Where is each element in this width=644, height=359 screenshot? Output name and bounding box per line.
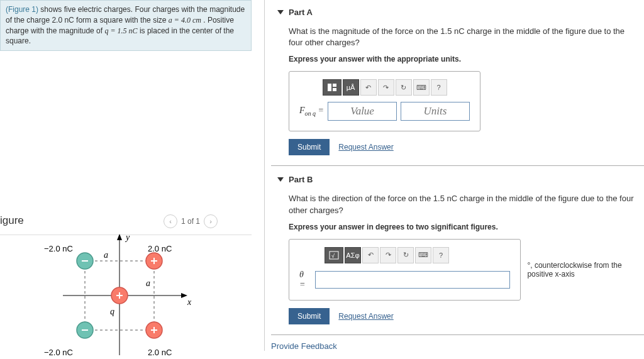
x-axis-label: x: [187, 297, 192, 307]
figure-next-button[interactable]: ›: [204, 214, 218, 228]
part-a-answer-box: µÅ ↶ ↷ ↻ ⌨ ? Fon q =: [289, 71, 480, 131]
undo-icon[interactable]: ↶: [360, 79, 377, 96]
figure-nav-label: 1 of 1: [181, 217, 200, 226]
charge-bottom-right-label: 2.0 nC: [148, 348, 172, 357]
request-answer-link[interactable]: Request Answer: [338, 312, 393, 321]
keyboard-icon[interactable]: ⌨: [415, 247, 431, 263]
figure-link[interactable]: (Figure 1): [6, 5, 38, 14]
part-b-variable: θ =: [299, 270, 311, 290]
svg-rect-21: [328, 84, 331, 91]
undo-icon[interactable]: ↶: [362, 247, 379, 263]
a-label-right: a: [146, 279, 150, 288]
figure-heading: igure: [0, 214, 24, 227]
submit-button[interactable]: Submit: [289, 139, 330, 155]
part-a-instruction: Express your answer with the appropriate…: [289, 55, 638, 64]
units-angstrom-button[interactable]: µÅ: [343, 79, 359, 96]
part-b-question: What is the direction of the force on th…: [289, 193, 638, 216]
problem-eq-1: a = 4.0 cm: [169, 16, 201, 25]
section-divider: [271, 165, 644, 166]
value-input[interactable]: [328, 102, 397, 121]
template-icon[interactable]: [323, 79, 341, 96]
part-b-title: Part B: [289, 175, 313, 184]
figure-prev-button[interactable]: ‹: [164, 214, 177, 228]
problem-eq-2: q = 1.5 nC: [104, 26, 137, 35]
section-divider: [271, 334, 644, 335]
part-b-instruction: Express your answer in degrees to two si…: [289, 223, 638, 231]
part-a-header[interactable]: Part A: [271, 0, 644, 22]
submit-button[interactable]: Submit: [289, 308, 330, 324]
angle-input[interactable]: [315, 271, 510, 289]
a-label-top: a: [104, 250, 108, 260]
svg-rect-22: [333, 84, 336, 87]
collapse-icon[interactable]: [277, 10, 284, 14]
redo-icon[interactable]: ↷: [378, 79, 394, 96]
template-icon[interactable]: √: [325, 247, 343, 263]
greek-symbols-button[interactable]: ΑΣφ: [345, 247, 361, 263]
svg-marker-3: [181, 293, 187, 298]
part-a-question: What is the magnitude of the force on th…: [289, 26, 638, 48]
q-label: q: [110, 307, 114, 316]
charge-diagram: y x a a q −2.0 nC 2.0 nC −2.0 nC 2.0 nC: [38, 233, 201, 358]
help-icon[interactable]: ?: [433, 247, 449, 263]
part-a-title: Part A: [289, 8, 313, 17]
charge-top-right-label: 2.0 nC: [148, 244, 172, 253]
collapse-icon[interactable]: [277, 177, 284, 182]
y-axis-label: y: [125, 233, 130, 242]
part-a-variable: Fon q =: [299, 106, 324, 117]
problem-statement: (Figure 1) shows five electric charges. …: [0, 0, 252, 51]
units-input[interactable]: [401, 102, 470, 121]
reset-icon[interactable]: ↻: [396, 79, 412, 96]
keyboard-icon[interactable]: ⌨: [413, 79, 430, 96]
reset-icon[interactable]: ↻: [397, 247, 414, 263]
provide-feedback-link[interactable]: Provide Feedback: [271, 336, 644, 351]
svg-rect-23: [333, 88, 336, 91]
redo-icon[interactable]: ↷: [380, 247, 396, 263]
svg-marker-1: [117, 234, 122, 240]
charge-bottom-left-label: −2.0 nC: [44, 348, 73, 357]
svg-text:√: √: [331, 253, 335, 259]
request-answer-link[interactable]: Request Answer: [338, 143, 393, 152]
help-icon[interactable]: ?: [431, 79, 447, 96]
part-b-header[interactable]: Part B: [271, 167, 644, 189]
charge-top-left-label: −2.0 nC: [44, 244, 73, 253]
part-b-answer-box: √ ΑΣφ ↶ ↷ ↻ ⌨ ? θ =: [289, 239, 521, 301]
part-b-after-text: °, counterclockwise from the positive x-…: [527, 261, 638, 279]
